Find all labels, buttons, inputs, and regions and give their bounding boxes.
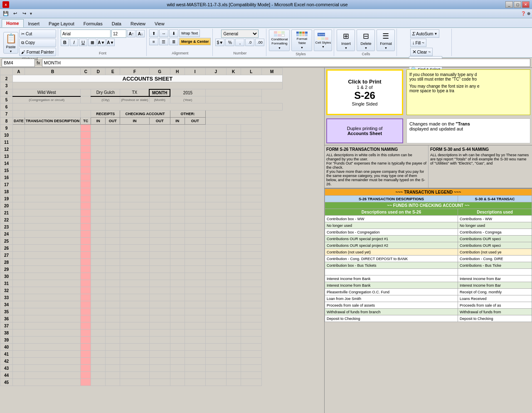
comma-button[interactable]: , xyxy=(235,39,244,46)
align-bottom-button[interactable]: ⬇ xyxy=(169,30,178,37)
font-color-button[interactable]: A▼ xyxy=(106,39,115,46)
tab-insert[interactable]: Insert xyxy=(24,19,44,27)
font-size-input[interactable] xyxy=(111,30,126,38)
underline-button[interactable]: U xyxy=(79,39,87,46)
table-row: 42 xyxy=(0,358,283,365)
copy-button[interactable]: ⧉ Copy xyxy=(19,39,56,47)
r5-extra xyxy=(205,96,261,103)
styles-content: ConditionalFormatting ▼ FormatTable xyxy=(269,30,332,51)
desc-col1-header: Descriptions used on the S-26 xyxy=(325,209,458,216)
col-header-A[interactable]: A xyxy=(13,68,25,75)
insert-button[interactable]: ⊞ Insert ▼ xyxy=(337,30,355,51)
province-cell[interactable]: TX xyxy=(120,89,149,96)
city-cell[interactable]: Dry Gulch xyxy=(91,89,120,96)
formula-input[interactable] xyxy=(42,59,530,67)
table-row: 29 xyxy=(0,266,283,273)
currency-button[interactable]: $▼ xyxy=(215,39,224,46)
year-cell[interactable]: 2015 xyxy=(170,89,205,96)
format-as-table-button[interactable]: FormatTable ▼ xyxy=(291,30,312,51)
increase-decimal-button[interactable]: .00 xyxy=(255,39,264,46)
duplex-box[interactable]: Duplex printing of Accounts Sheet xyxy=(326,118,403,143)
tc-header: TC xyxy=(81,118,91,125)
table-row: 41 xyxy=(0,351,283,358)
border-button[interactable]: ⊞ xyxy=(88,39,96,46)
delete-button[interactable]: ⊟ Delete ▼ xyxy=(357,30,375,51)
info-box-row-2: Duplex printing of Accounts Sheet Change… xyxy=(325,117,532,145)
table-row: 22 xyxy=(0,216,283,224)
month-cell[interactable]: MONTH xyxy=(149,89,170,96)
table-row: 31 xyxy=(0,280,283,287)
tab-page-layout[interactable]: Page Layout xyxy=(44,19,79,27)
spreadsheet[interactable]: A B C D E F G H I J K L M xyxy=(0,68,324,413)
fill-button[interactable]: ↓ Fill ~ xyxy=(410,39,426,47)
minimize-button[interactable]: _ xyxy=(505,1,513,8)
align-center-button[interactable]: ☰ xyxy=(159,38,168,45)
fill-color-button[interactable]: A▼ xyxy=(97,39,106,46)
legend-s26-cell: Contribution box - WW xyxy=(325,216,458,222)
restore-button[interactable]: ◻ xyxy=(514,1,521,8)
col-header-M[interactable]: M xyxy=(261,68,282,75)
accounts-title[interactable]: ACCOUNTS SHEET xyxy=(13,75,283,82)
tab-data[interactable]: Data xyxy=(107,19,126,27)
align-left-button[interactable]: ≡ xyxy=(149,38,158,45)
increase-font-button[interactable]: A↑ xyxy=(127,30,135,37)
format-button[interactable]: ☰ Format ▼ xyxy=(377,30,395,51)
col-header-F[interactable]: F xyxy=(120,68,149,75)
italic-button[interactable]: I xyxy=(70,39,78,46)
name-box[interactable] xyxy=(2,59,35,67)
col-header-K[interactable]: K xyxy=(226,68,241,75)
paste-button[interactable]: 📋 Paste ▼ xyxy=(3,32,18,54)
table-row: 36 xyxy=(0,315,283,322)
format-painter-button[interactable]: 🖌 Format Painter xyxy=(19,48,56,56)
cell-styles-button[interactable]: Normal Cell Styles ▼ xyxy=(314,30,332,51)
merge-center-button[interactable]: Merge & Center xyxy=(179,38,211,45)
autosum-button[interactable]: Σ AutoSum ▼ xyxy=(410,30,440,38)
align-right-button[interactable]: ≣ xyxy=(169,38,178,45)
bold-button[interactable]: B xyxy=(61,39,69,46)
col-header-E[interactable]: E xyxy=(106,68,120,75)
col-header-B[interactable]: B xyxy=(25,68,81,75)
table-row: 28 xyxy=(0,259,283,266)
app-icon: X xyxy=(2,1,9,8)
click-to-print-box[interactable]: Click to Print 1 & 2 of S-26 Single Side… xyxy=(326,69,403,115)
click-to-print-type: Single Sided xyxy=(352,101,378,106)
conditional-formatting-button[interactable]: ConditionalFormatting ▼ xyxy=(269,30,290,51)
window-controls[interactable]: _ ◻ ✕ xyxy=(505,1,530,8)
row-num-38: 38 xyxy=(0,329,13,337)
col-header-J[interactable]: J xyxy=(205,68,226,75)
list-item: Contributions OUR special project #2Cont… xyxy=(325,242,532,249)
wrap-text-button[interactable]: Wrap Text xyxy=(179,30,200,37)
cut-button[interactable]: ✂ Cut xyxy=(19,30,56,38)
tab-review[interactable]: Review xyxy=(126,19,150,27)
col-header-H[interactable]: H xyxy=(170,68,185,75)
col-header-I[interactable]: I xyxy=(185,68,205,75)
col-header-G[interactable]: G xyxy=(149,68,170,75)
table-row: 44 xyxy=(0,372,283,379)
congregation-cell[interactable]: Wild West xyxy=(13,89,81,96)
tab-home[interactable]: Home xyxy=(2,19,24,27)
number-format-select[interactable]: General Number Currency Accounting Date … xyxy=(221,30,259,38)
col-header-C[interactable]: C xyxy=(81,68,91,75)
alignment-label: Alignment xyxy=(172,50,188,55)
col-header-D[interactable]: D xyxy=(91,68,106,75)
c-out-header: OUT xyxy=(149,118,170,125)
close-button[interactable]: ✕ xyxy=(522,1,530,8)
decrease-font-button[interactable]: A↓ xyxy=(136,30,145,37)
align-middle-button[interactable]: ↔ xyxy=(159,30,168,37)
row-num-6: 6 xyxy=(0,103,13,111)
legend-s30-cell xyxy=(458,269,532,275)
redo-button[interactable]: ↪ xyxy=(20,10,28,17)
table-row: 21 xyxy=(0,209,283,216)
undo-button[interactable]: ↩ xyxy=(11,10,19,17)
percent-button[interactable]: % xyxy=(225,39,234,46)
col-header-L[interactable]: L xyxy=(241,68,261,75)
clear-button[interactable]: ✕ Clear ~ xyxy=(410,48,433,56)
legend-s26-cell: Withdrawal of funds from branch xyxy=(325,309,458,315)
row-num-23: 23 xyxy=(0,224,13,231)
font-name-input[interactable] xyxy=(61,30,111,38)
align-top-button[interactable]: ⬆ xyxy=(149,30,158,37)
decrease-decimal-button[interactable]: .0 xyxy=(245,39,254,46)
tab-view[interactable]: View xyxy=(150,19,169,27)
tab-formulas[interactable]: Formulas xyxy=(79,19,107,27)
save-button[interactable]: 💾 xyxy=(2,10,10,17)
